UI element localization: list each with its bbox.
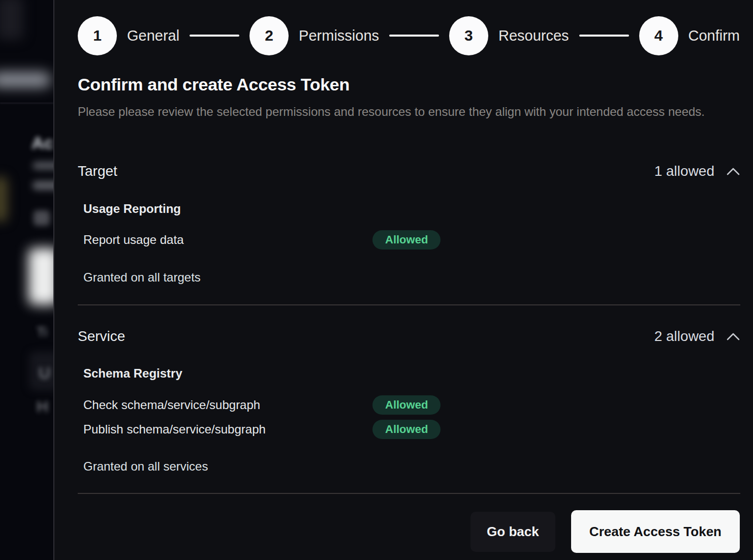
- step-general[interactable]: 1 General: [78, 16, 179, 55]
- step-resources[interactable]: 3 Resources: [449, 16, 569, 55]
- step-label: Permissions: [299, 27, 379, 44]
- obscured-background-sidebar: Ac Ti U H: [0, 0, 53, 560]
- page-description: Please please review the selected permis…: [78, 102, 705, 122]
- footer-actions: Go back Create Access Token: [470, 510, 740, 553]
- permission-group-title: Schema Registry: [83, 366, 182, 381]
- section-header-target: Target 1 allowed: [78, 160, 740, 182]
- granted-scope-note: Granted on all services: [83, 459, 208, 474]
- blurred-white-card: [28, 248, 53, 305]
- step-number-circle: 2: [249, 16, 289, 55]
- step-permissions[interactable]: 2 Permissions: [249, 16, 379, 55]
- blurred-text-line: [33, 162, 53, 170]
- section-collapse-toggle-service[interactable]: 2 allowed: [654, 328, 740, 345]
- step-number-circle: 4: [639, 16, 678, 55]
- status-badge-allowed: Allowed: [372, 395, 441, 415]
- step-number-circle: 1: [78, 16, 117, 55]
- section-header-service: Service 2 allowed: [78, 325, 740, 348]
- permission-row: Report usage data Allowed: [83, 230, 740, 250]
- blurred-text-fragment: Ac: [32, 133, 53, 153]
- chevron-up-icon: [727, 168, 740, 175]
- permission-label: Publish schema/service/subgraph: [83, 422, 372, 437]
- step-number-circle: 3: [449, 16, 488, 55]
- page-title: Confirm and create Access Token: [78, 75, 350, 95]
- section-divider: [78, 493, 740, 494]
- status-badge-allowed: Allowed: [372, 230, 441, 250]
- section-title: Target: [78, 163, 117, 179]
- step-label: Confirm: [688, 27, 740, 44]
- step-label: General: [127, 27, 179, 44]
- wizard-stepper: 1 General 2 Permissions 3 Resources 4 Co…: [78, 16, 740, 55]
- permission-row: Publish schema/service/subgraph Allowed: [83, 419, 740, 440]
- section-divider: [78, 304, 740, 305]
- blurred-icon-tile: [34, 210, 50, 226]
- go-back-button[interactable]: Go back: [470, 512, 555, 552]
- chevron-up-icon: [727, 333, 740, 340]
- step-label: Resources: [498, 27, 569, 44]
- section-collapse-toggle-target[interactable]: 1 allowed: [654, 163, 740, 179]
- create-access-token-modal: 1 General 2 Permissions 3 Resources 4 Co…: [53, 0, 753, 560]
- permission-row: Check schema/service/subgraph Allowed: [83, 395, 740, 415]
- permission-label: Check schema/service/subgraph: [83, 398, 372, 412]
- blurred-nav-text: [0, 72, 51, 87]
- blurred-sidebar-divider: [0, 103, 53, 104]
- create-access-token-button[interactable]: Create Access Token: [571, 510, 740, 553]
- blurred-logo-tile: [0, 0, 23, 40]
- permission-group-title: Usage Reporting: [83, 202, 181, 216]
- blurred-text-line: [33, 181, 53, 190]
- step-confirm[interactable]: 4 Confirm: [639, 16, 740, 55]
- allowed-count: 2 allowed: [654, 328, 714, 345]
- step-connector-line: [389, 35, 439, 37]
- blurred-text-fragment: Ti: [37, 324, 47, 340]
- step-connector-line: [579, 35, 629, 37]
- blurred-text-fragment: H: [37, 397, 48, 416]
- granted-scope-note: Granted on all targets: [83, 270, 201, 285]
- allowed-count: 1 allowed: [654, 163, 714, 179]
- status-badge-allowed: Allowed: [372, 420, 441, 439]
- blurred-accent-blob: [0, 177, 7, 222]
- permission-label: Report usage data: [83, 233, 372, 247]
- blurred-text-fragment: U: [39, 364, 50, 383]
- step-connector-line: [190, 35, 239, 37]
- section-title: Service: [78, 328, 125, 345]
